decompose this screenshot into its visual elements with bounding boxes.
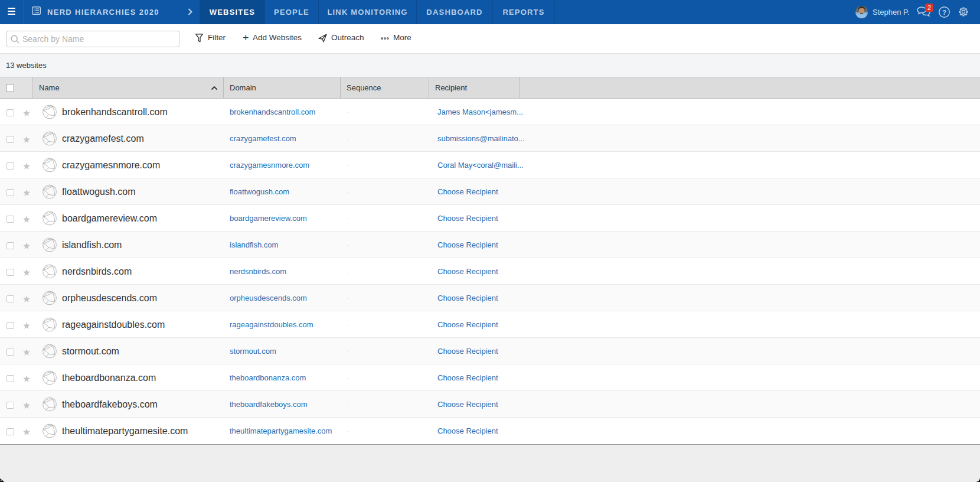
svg-text:?: ? [942, 9, 946, 16]
